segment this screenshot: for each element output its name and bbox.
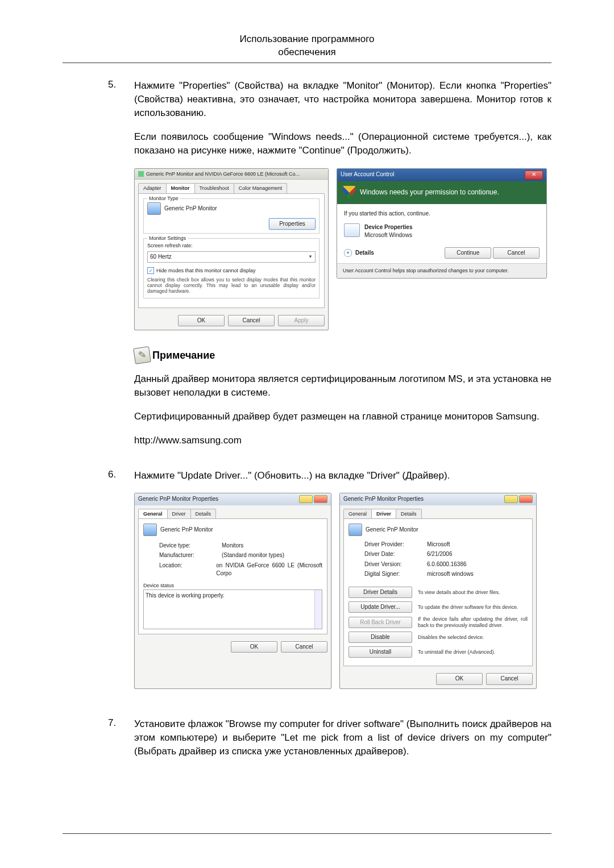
tab-monitor[interactable]: Monitor (166, 183, 195, 193)
kv-val: Microsoft (427, 541, 450, 549)
kv-key: Location: (159, 562, 216, 578)
header-line1: Использование программного (240, 34, 375, 44)
uac-details-link[interactable]: Details (355, 249, 374, 257)
monitor-icon (143, 524, 157, 536)
figure-row-2: Generic PnP Monitor Properties General D… (134, 493, 551, 688)
close-icon[interactable] (314, 495, 327, 503)
kv-key: Device type: (159, 542, 222, 550)
tab-troubleshoot[interactable]: Troubleshoot (194, 183, 234, 193)
device-status-box: This device is working properly. (143, 589, 322, 629)
monitor-icon (147, 202, 161, 215)
tab-general[interactable]: General (343, 509, 372, 519)
chevron-down-icon: ▼ (308, 254, 313, 260)
hide-modes-label: Hide modes that this monitor cannot disp… (156, 267, 256, 275)
page-header: Использование программного обеспечения (63, 33, 551, 63)
header-line2: обеспечения (278, 47, 335, 57)
tab-general[interactable]: General (138, 509, 168, 519)
uninstall-button[interactable]: Uninstall (349, 646, 412, 658)
tab-driver[interactable]: Driver (371, 509, 396, 519)
step6-para1: Нажмите "Update Driver..." (Обновить...)… (134, 469, 551, 483)
update-driver-button[interactable]: Update Driver... (349, 601, 412, 613)
ok-button[interactable]: OK (436, 673, 483, 684)
refresh-rate-value: 60 Hertz (150, 253, 172, 261)
note-para1: Данный драйвер монитора является сертифи… (134, 372, 551, 400)
kv-key: Driver Date: (364, 550, 427, 558)
apply-button[interactable]: Apply (278, 315, 325, 326)
hide-modes-desc: Clearing this check box allows you to se… (147, 277, 316, 294)
ok-button[interactable]: OK (178, 315, 225, 326)
kv-key: Driver Version: (364, 560, 427, 568)
note-link: http://www.samsung.com (134, 434, 551, 447)
dialog-titlebar: Generic PnP Monitor and NVIDIA GeForce 6… (135, 169, 328, 180)
step-number: 5. (63, 79, 134, 458)
tab-adapter[interactable]: Adapter (138, 183, 167, 193)
kv-key: Driver Provider: (364, 541, 427, 549)
refresh-rate-select[interactable]: 60 Hertz ▼ (147, 251, 316, 263)
window-icon (138, 171, 144, 177)
cancel-button[interactable]: Cancel (493, 247, 540, 259)
disable-desc: Disables the selected device. (418, 634, 528, 640)
properties-button[interactable]: Properties (269, 218, 316, 230)
uac-footer: User Account Control helps stop unauthor… (337, 263, 546, 278)
kv-key: Manufacturer: (159, 551, 222, 559)
cancel-button[interactable]: Cancel (281, 641, 327, 653)
refresh-rate-label: Screen refresh rate: (147, 242, 316, 250)
kv-key: Digital Signer: (364, 570, 427, 578)
driver-details-button[interactable]: Driver Details (349, 587, 412, 598)
dialog-title: Generic PnP Monitor Properties (138, 495, 218, 503)
uac-title: User Account Control (341, 171, 395, 178)
device-properties-icon (344, 223, 360, 237)
minimize-icon[interactable] (504, 495, 518, 503)
kv-val: microsoft windows (427, 570, 474, 578)
dialog-title: Generic PnP Monitor Properties (343, 495, 424, 503)
figure-row-1: Generic PnP Monitor and NVIDIA GeForce 6… (134, 168, 551, 330)
hide-modes-checkbox[interactable]: ✓ (147, 267, 154, 274)
monitor-properties-dialog: Generic PnP Monitor and NVIDIA GeForce 6… (134, 168, 329, 330)
tab-color-management[interactable]: Color Management (234, 183, 288, 193)
roll-back-desc: If the device fails after updating the d… (418, 616, 528, 628)
cancel-button[interactable]: Cancel (228, 315, 275, 326)
group-monitor-settings: Monitor Settings (147, 235, 188, 242)
disable-button[interactable]: Disable (349, 632, 412, 643)
tab-driver[interactable]: Driver (167, 509, 191, 519)
chevron-down-icon[interactable]: ▾ (344, 249, 352, 257)
step5-para2: Если появилось сообщение "Windows needs.… (134, 130, 551, 157)
step7-para1: Установите флажок "Browse my computer fo… (134, 717, 551, 758)
driver-properties-dialog: Generic PnP Monitor Properties General D… (339, 493, 537, 688)
tab-details[interactable]: Details (396, 509, 422, 519)
step5-para1: Нажмите "Properties" (Свойства) на вклад… (134, 79, 551, 120)
roll-back-driver-button[interactable]: Roll Back Driver (349, 617, 412, 628)
kv-val: 6.0.6000.16386 (427, 560, 467, 568)
uac-publisher: Microsoft Windows (364, 231, 413, 239)
scrollbar[interactable] (314, 590, 322, 629)
device-name: Generic PnP Monitor (160, 526, 213, 534)
footer-rule (63, 833, 551, 834)
group-monitor-type: Monitor Type (147, 195, 180, 202)
minimize-icon[interactable] (299, 495, 313, 503)
device-name: Generic PnP Monitor (366, 526, 418, 534)
monitor-icon (349, 524, 362, 536)
uninstall-desc: To uninstall the driver (Advanced). (418, 649, 528, 655)
uac-dialog: User Account Control ✕ Windows needs you… (337, 168, 547, 279)
tab-details[interactable]: Details (190, 509, 217, 519)
kv-val: on NVIDIA GeForce 6600 LE (Microsoft Cor… (216, 562, 322, 578)
shield-icon (343, 186, 355, 200)
device-status-text: This device is working properly. (146, 592, 225, 599)
driver-details-desc: To view details about the driver files. (418, 589, 528, 595)
device-status-label: Device status (143, 582, 322, 589)
ok-button[interactable]: OK (231, 641, 277, 653)
uac-banner-text: Windows needs your permission to contion… (360, 188, 499, 197)
dialog-title: Generic PnP Monitor and NVIDIA GeForce 6… (146, 171, 300, 178)
close-icon[interactable]: ✕ (525, 171, 543, 180)
close-icon[interactable] (519, 495, 533, 503)
update-driver-desc: To update the driver software for this d… (418, 604, 528, 610)
continue-button[interactable]: Continue (445, 247, 491, 259)
step-number: 7. (63, 717, 134, 769)
kv-val: (Standard monitor types) (222, 551, 284, 559)
note-icon: ✎ (133, 346, 151, 364)
note-para2: Сертифицированный драйвер будет размещен… (134, 410, 551, 423)
note-heading: Примечание (152, 348, 215, 363)
kv-val: 6/21/2006 (427, 550, 453, 558)
cancel-button[interactable]: Cancel (486, 673, 533, 684)
kv-val: Monitors (222, 542, 243, 550)
